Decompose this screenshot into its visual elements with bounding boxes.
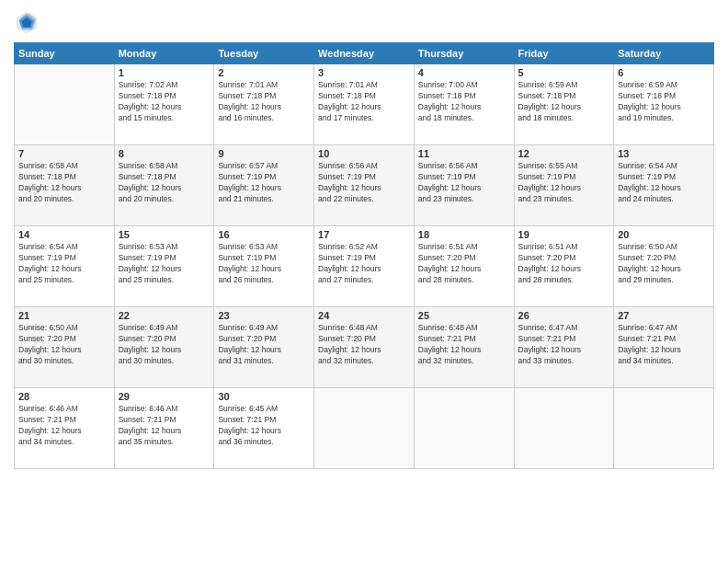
- calendar-cell: 2Sunrise: 7:01 AMSunset: 7:18 PMDaylight…: [214, 64, 314, 145]
- day-number: 20: [618, 229, 710, 240]
- day-number: 26: [518, 310, 610, 321]
- calendar-cell: 5Sunrise: 6:59 AMSunset: 7:18 PMDaylight…: [514, 64, 614, 145]
- day-number: 28: [18, 391, 110, 402]
- calendar-cell: [314, 388, 415, 469]
- day-info: Sunrise: 6:57 AMSunset: 7:19 PMDaylight:…: [218, 161, 310, 205]
- day-number: 14: [18, 229, 110, 240]
- day-info: Sunrise: 6:51 AMSunset: 7:20 PMDaylight:…: [418, 242, 510, 286]
- day-info: Sunrise: 7:01 AMSunset: 7:18 PMDaylight:…: [218, 80, 310, 124]
- day-info: Sunrise: 6:54 AMSunset: 7:19 PMDaylight:…: [618, 161, 710, 205]
- day-number: 17: [318, 229, 410, 240]
- header: [14, 9, 714, 35]
- day-info: Sunrise: 6:50 AMSunset: 7:20 PMDaylight:…: [18, 323, 110, 367]
- day-number: 2: [218, 67, 310, 78]
- day-info: Sunrise: 7:02 AMSunset: 7:18 PMDaylight:…: [119, 80, 210, 124]
- calendar-cell: 30Sunrise: 6:45 AMSunset: 7:21 PMDayligh…: [214, 388, 314, 469]
- day-info: Sunrise: 6:48 AMSunset: 7:20 PMDaylight:…: [318, 323, 410, 367]
- day-number: 13: [618, 148, 710, 159]
- day-number: 29: [119, 391, 210, 402]
- col-wednesday: Wednesday: [314, 43, 415, 64]
- page: Sunday Monday Tuesday Wednesday Thursday…: [0, 0, 728, 563]
- calendar-cell: [614, 388, 714, 469]
- calendar-cell: [414, 388, 514, 469]
- day-info: Sunrise: 6:47 AMSunset: 7:21 PMDaylight:…: [518, 323, 610, 367]
- calendar-cell: 7Sunrise: 6:58 AMSunset: 7:18 PMDaylight…: [15, 145, 115, 226]
- day-info: Sunrise: 6:53 AMSunset: 7:19 PMDaylight:…: [218, 242, 310, 286]
- day-number: 9: [218, 148, 310, 159]
- calendar-cell: 20Sunrise: 6:50 AMSunset: 7:20 PMDayligh…: [614, 226, 714, 307]
- calendar-cell: 9Sunrise: 6:57 AMSunset: 7:19 PMDaylight…: [214, 145, 314, 226]
- col-monday: Monday: [114, 43, 214, 64]
- day-number: 25: [418, 310, 510, 321]
- day-number: 23: [218, 310, 310, 321]
- day-info: Sunrise: 6:54 AMSunset: 7:19 PMDaylight:…: [18, 242, 110, 286]
- day-number: 22: [119, 310, 210, 321]
- day-info: Sunrise: 6:46 AMSunset: 7:21 PMDaylight:…: [18, 404, 110, 448]
- week-row-1: 1Sunrise: 7:02 AMSunset: 7:18 PMDaylight…: [15, 64, 714, 145]
- week-row-2: 7Sunrise: 6:58 AMSunset: 7:18 PMDaylight…: [15, 145, 714, 226]
- day-number: 16: [218, 229, 310, 240]
- day-number: 21: [18, 310, 110, 321]
- calendar-cell: 17Sunrise: 6:52 AMSunset: 7:19 PMDayligh…: [314, 226, 415, 307]
- day-number: 6: [618, 67, 710, 78]
- day-info: Sunrise: 6:56 AMSunset: 7:19 PMDaylight:…: [318, 161, 410, 205]
- calendar-cell: 21Sunrise: 6:50 AMSunset: 7:20 PMDayligh…: [15, 307, 115, 388]
- day-info: Sunrise: 6:56 AMSunset: 7:19 PMDaylight:…: [418, 161, 510, 205]
- day-info: Sunrise: 6:49 AMSunset: 7:20 PMDaylight:…: [218, 323, 310, 367]
- col-sunday: Sunday: [15, 43, 115, 64]
- calendar-cell: 14Sunrise: 6:54 AMSunset: 7:19 PMDayligh…: [15, 226, 115, 307]
- day-info: Sunrise: 6:50 AMSunset: 7:20 PMDaylight:…: [618, 242, 710, 286]
- calendar-cell: 23Sunrise: 6:49 AMSunset: 7:20 PMDayligh…: [214, 307, 314, 388]
- calendar-cell: 12Sunrise: 6:55 AMSunset: 7:19 PMDayligh…: [514, 145, 614, 226]
- day-number: 3: [318, 67, 410, 78]
- calendar-cell: [514, 388, 614, 469]
- day-info: Sunrise: 6:49 AMSunset: 7:20 PMDaylight:…: [119, 323, 210, 367]
- calendar-cell: 1Sunrise: 7:02 AMSunset: 7:18 PMDaylight…: [114, 64, 214, 145]
- calendar-cell: 28Sunrise: 6:46 AMSunset: 7:21 PMDayligh…: [15, 388, 115, 469]
- calendar-cell: 13Sunrise: 6:54 AMSunset: 7:19 PMDayligh…: [614, 145, 714, 226]
- calendar-cell: 4Sunrise: 7:00 AMSunset: 7:18 PMDaylight…: [414, 64, 514, 145]
- calendar-cell: 10Sunrise: 6:56 AMSunset: 7:19 PMDayligh…: [314, 145, 415, 226]
- day-number: 7: [18, 148, 110, 159]
- calendar-cell: 3Sunrise: 7:01 AMSunset: 7:18 PMDaylight…: [314, 64, 415, 145]
- calendar-cell: 25Sunrise: 6:48 AMSunset: 7:21 PMDayligh…: [414, 307, 514, 388]
- col-saturday: Saturday: [614, 43, 714, 64]
- week-row-5: 28Sunrise: 6:46 AMSunset: 7:21 PMDayligh…: [15, 388, 714, 469]
- day-number: 8: [119, 148, 210, 159]
- day-info: Sunrise: 6:55 AMSunset: 7:19 PMDaylight:…: [518, 161, 610, 205]
- day-number: 27: [618, 310, 710, 321]
- calendar-cell: 15Sunrise: 6:53 AMSunset: 7:19 PMDayligh…: [114, 226, 214, 307]
- week-row-4: 21Sunrise: 6:50 AMSunset: 7:20 PMDayligh…: [15, 307, 714, 388]
- day-number: 15: [119, 229, 210, 240]
- day-info: Sunrise: 6:47 AMSunset: 7:21 PMDaylight:…: [618, 323, 710, 367]
- day-info: Sunrise: 6:51 AMSunset: 7:20 PMDaylight:…: [518, 242, 610, 286]
- day-info: Sunrise: 6:58 AMSunset: 7:18 PMDaylight:…: [18, 161, 110, 205]
- day-info: Sunrise: 6:48 AMSunset: 7:21 PMDaylight:…: [418, 323, 510, 367]
- calendar-table: Sunday Monday Tuesday Wednesday Thursday…: [14, 42, 714, 469]
- day-number: 30: [218, 391, 310, 402]
- day-number: 18: [418, 229, 510, 240]
- day-number: 5: [518, 67, 610, 78]
- day-info: Sunrise: 6:53 AMSunset: 7:19 PMDaylight:…: [119, 242, 210, 286]
- logo-icon: [14, 9, 40, 35]
- logo: [14, 9, 43, 35]
- day-number: 24: [318, 310, 410, 321]
- calendar-cell: 24Sunrise: 6:48 AMSunset: 7:20 PMDayligh…: [314, 307, 415, 388]
- calendar-cell: 18Sunrise: 6:51 AMSunset: 7:20 PMDayligh…: [414, 226, 514, 307]
- calendar-cell: 16Sunrise: 6:53 AMSunset: 7:19 PMDayligh…: [214, 226, 314, 307]
- day-number: 19: [518, 229, 610, 240]
- calendar-cell: 22Sunrise: 6:49 AMSunset: 7:20 PMDayligh…: [114, 307, 214, 388]
- day-info: Sunrise: 6:58 AMSunset: 7:18 PMDaylight:…: [119, 161, 210, 205]
- calendar-cell: 27Sunrise: 6:47 AMSunset: 7:21 PMDayligh…: [614, 307, 714, 388]
- header-row: Sunday Monday Tuesday Wednesday Thursday…: [15, 43, 714, 64]
- day-info: Sunrise: 6:45 AMSunset: 7:21 PMDaylight:…: [218, 404, 310, 448]
- calendar-cell: [15, 64, 115, 145]
- col-thursday: Thursday: [414, 43, 514, 64]
- day-number: 10: [318, 148, 410, 159]
- day-number: 11: [418, 148, 510, 159]
- day-info: Sunrise: 6:46 AMSunset: 7:21 PMDaylight:…: [119, 404, 210, 448]
- col-tuesday: Tuesday: [214, 43, 314, 64]
- day-info: Sunrise: 6:52 AMSunset: 7:19 PMDaylight:…: [318, 242, 410, 286]
- day-info: Sunrise: 7:01 AMSunset: 7:18 PMDaylight:…: [318, 80, 410, 124]
- day-number: 12: [518, 148, 610, 159]
